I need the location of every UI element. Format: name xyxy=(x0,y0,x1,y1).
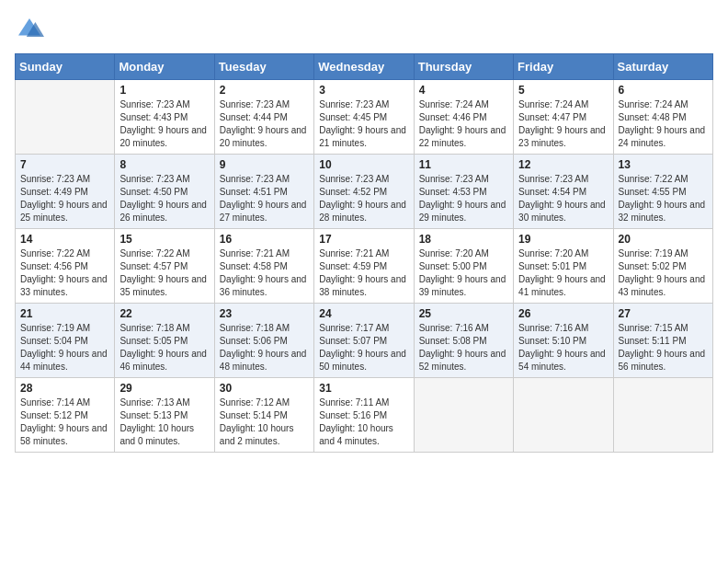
calendar-cell: 11Sunrise: 7:23 AM Sunset: 4:53 PM Dayli… xyxy=(414,155,513,229)
day-number: 7 xyxy=(20,158,109,171)
day-number: 16 xyxy=(220,233,309,246)
weekday-header-saturday: Saturday xyxy=(613,54,712,80)
calendar-cell xyxy=(414,378,513,453)
weekday-header-friday: Friday xyxy=(514,54,613,80)
calendar-cell: 24Sunrise: 7:17 AM Sunset: 5:07 PM Dayli… xyxy=(314,304,414,378)
day-number: 24 xyxy=(319,307,408,320)
day-number: 6 xyxy=(619,84,708,97)
calendar-cell: 6Sunrise: 7:24 AM Sunset: 4:48 PM Daylig… xyxy=(613,80,712,155)
day-number: 1 xyxy=(119,84,209,97)
day-number: 27 xyxy=(619,307,708,320)
calendar-cell: 27Sunrise: 7:15 AM Sunset: 5:11 PM Dayli… xyxy=(613,304,712,378)
day-number: 11 xyxy=(419,158,508,171)
calendar-cell xyxy=(16,80,115,155)
day-info: Sunrise: 7:16 AM Sunset: 5:08 PM Dayligh… xyxy=(419,322,508,373)
day-info: Sunrise: 7:23 AM Sunset: 4:50 PM Dayligh… xyxy=(119,173,209,224)
day-info: Sunrise: 7:23 AM Sunset: 4:43 PM Dayligh… xyxy=(119,98,209,150)
calendar-week-row: 7Sunrise: 7:23 AM Sunset: 4:49 PM Daylig… xyxy=(16,155,713,229)
calendar-cell: 26Sunrise: 7:16 AM Sunset: 5:10 PM Dayli… xyxy=(514,304,613,378)
day-number: 22 xyxy=(119,307,209,320)
day-info: Sunrise: 7:22 AM Sunset: 4:55 PM Dayligh… xyxy=(619,173,708,224)
day-number: 10 xyxy=(319,158,408,171)
calendar-cell: 29Sunrise: 7:13 AM Sunset: 5:13 PM Dayli… xyxy=(115,378,214,453)
day-info: Sunrise: 7:23 AM Sunset: 4:44 PM Dayligh… xyxy=(220,98,309,150)
day-number: 3 xyxy=(319,84,408,97)
calendar-cell: 3Sunrise: 7:23 AM Sunset: 4:45 PM Daylig… xyxy=(314,80,414,155)
weekday-header-thursday: Thursday xyxy=(414,54,513,80)
day-number: 30 xyxy=(220,382,309,395)
calendar-cell: 21Sunrise: 7:19 AM Sunset: 5:04 PM Dayli… xyxy=(16,304,115,378)
day-info: Sunrise: 7:23 AM Sunset: 4:49 PM Dayligh… xyxy=(20,173,109,224)
calendar-cell: 17Sunrise: 7:21 AM Sunset: 4:59 PM Dayli… xyxy=(314,229,414,304)
calendar-cell xyxy=(514,378,613,453)
calendar-cell: 30Sunrise: 7:12 AM Sunset: 5:14 PM Dayli… xyxy=(214,378,313,453)
day-number: 29 xyxy=(119,382,209,395)
day-number: 25 xyxy=(419,307,508,320)
day-number: 15 xyxy=(119,233,209,246)
calendar-week-row: 14Sunrise: 7:22 AM Sunset: 4:56 PM Dayli… xyxy=(16,229,713,304)
day-number: 18 xyxy=(419,233,508,246)
day-info: Sunrise: 7:17 AM Sunset: 5:07 PM Dayligh… xyxy=(319,322,408,373)
weekday-header-monday: Monday xyxy=(115,54,214,80)
calendar-cell: 20Sunrise: 7:19 AM Sunset: 5:02 PM Dayli… xyxy=(613,229,712,304)
day-info: Sunrise: 7:13 AM Sunset: 5:13 PM Dayligh… xyxy=(119,396,209,448)
day-number: 5 xyxy=(518,84,608,97)
day-number: 31 xyxy=(319,382,408,395)
day-number: 14 xyxy=(20,233,109,246)
calendar-cell: 9Sunrise: 7:23 AM Sunset: 4:51 PM Daylig… xyxy=(214,155,313,229)
logo-icon xyxy=(15,15,44,44)
calendar-cell: 10Sunrise: 7:23 AM Sunset: 4:52 PM Dayli… xyxy=(314,155,414,229)
calendar-cell: 16Sunrise: 7:21 AM Sunset: 4:58 PM Dayli… xyxy=(214,229,313,304)
calendar-cell: 13Sunrise: 7:22 AM Sunset: 4:55 PM Dayli… xyxy=(613,155,712,229)
day-info: Sunrise: 7:20 AM Sunset: 5:01 PM Dayligh… xyxy=(518,247,608,299)
day-number: 4 xyxy=(419,84,508,97)
day-number: 19 xyxy=(518,233,608,246)
day-number: 13 xyxy=(619,158,708,171)
day-info: Sunrise: 7:20 AM Sunset: 5:00 PM Dayligh… xyxy=(419,247,508,299)
day-number: 28 xyxy=(20,382,109,395)
calendar-cell: 18Sunrise: 7:20 AM Sunset: 5:00 PM Dayli… xyxy=(414,229,513,304)
day-number: 26 xyxy=(518,307,608,320)
day-info: Sunrise: 7:24 AM Sunset: 4:47 PM Dayligh… xyxy=(518,98,608,150)
weekday-header-row: SundayMondayTuesdayWednesdayThursdayFrid… xyxy=(16,54,713,80)
calendar-cell: 12Sunrise: 7:23 AM Sunset: 4:54 PM Dayli… xyxy=(514,155,613,229)
day-number: 21 xyxy=(20,307,109,320)
day-info: Sunrise: 7:16 AM Sunset: 5:10 PM Dayligh… xyxy=(518,322,608,373)
calendar-week-row: 21Sunrise: 7:19 AM Sunset: 5:04 PM Dayli… xyxy=(16,304,713,378)
calendar-cell: 23Sunrise: 7:18 AM Sunset: 5:06 PM Dayli… xyxy=(214,304,313,378)
day-number: 23 xyxy=(220,307,309,320)
day-info: Sunrise: 7:24 AM Sunset: 4:46 PM Dayligh… xyxy=(419,98,508,150)
day-number: 12 xyxy=(518,158,608,171)
calendar-cell: 14Sunrise: 7:22 AM Sunset: 4:56 PM Dayli… xyxy=(16,229,115,304)
calendar-week-row: 28Sunrise: 7:14 AM Sunset: 5:12 PM Dayli… xyxy=(16,378,713,453)
calendar-cell: 1Sunrise: 7:23 AM Sunset: 4:43 PM Daylig… xyxy=(115,80,214,155)
day-info: Sunrise: 7:24 AM Sunset: 4:48 PM Dayligh… xyxy=(619,98,708,150)
calendar-week-row: 1Sunrise: 7:23 AM Sunset: 4:43 PM Daylig… xyxy=(16,80,713,155)
day-number: 8 xyxy=(119,158,209,171)
day-number: 2 xyxy=(220,84,309,97)
day-info: Sunrise: 7:19 AM Sunset: 5:04 PM Dayligh… xyxy=(20,322,109,373)
calendar-cell: 28Sunrise: 7:14 AM Sunset: 5:12 PM Dayli… xyxy=(16,378,115,453)
calendar-cell: 31Sunrise: 7:11 AM Sunset: 5:16 PM Dayli… xyxy=(314,378,414,453)
weekday-header-sunday: Sunday xyxy=(16,54,115,80)
day-info: Sunrise: 7:19 AM Sunset: 5:02 PM Dayligh… xyxy=(619,247,708,299)
day-number: 20 xyxy=(619,233,708,246)
day-info: Sunrise: 7:23 AM Sunset: 4:51 PM Dayligh… xyxy=(220,173,309,224)
calendar-cell: 22Sunrise: 7:18 AM Sunset: 5:05 PM Dayli… xyxy=(115,304,214,378)
weekday-header-wednesday: Wednesday xyxy=(314,54,414,80)
header xyxy=(15,15,713,44)
day-info: Sunrise: 7:12 AM Sunset: 5:14 PM Dayligh… xyxy=(220,396,309,448)
day-info: Sunrise: 7:23 AM Sunset: 4:54 PM Dayligh… xyxy=(518,173,608,224)
calendar-cell: 8Sunrise: 7:23 AM Sunset: 4:50 PM Daylig… xyxy=(115,155,214,229)
day-info: Sunrise: 7:22 AM Sunset: 4:56 PM Dayligh… xyxy=(20,247,109,299)
calendar-cell: 7Sunrise: 7:23 AM Sunset: 4:49 PM Daylig… xyxy=(16,155,115,229)
weekday-header-tuesday: Tuesday xyxy=(214,54,313,80)
day-info: Sunrise: 7:21 AM Sunset: 4:58 PM Dayligh… xyxy=(220,247,309,299)
day-number: 17 xyxy=(319,233,408,246)
day-info: Sunrise: 7:18 AM Sunset: 5:05 PM Dayligh… xyxy=(119,322,209,373)
day-info: Sunrise: 7:21 AM Sunset: 4:59 PM Dayligh… xyxy=(319,247,408,299)
logo xyxy=(15,15,48,44)
day-info: Sunrise: 7:23 AM Sunset: 4:53 PM Dayligh… xyxy=(419,173,508,224)
calendar-cell: 4Sunrise: 7:24 AM Sunset: 4:46 PM Daylig… xyxy=(414,80,513,155)
calendar-cell: 19Sunrise: 7:20 AM Sunset: 5:01 PM Dayli… xyxy=(514,229,613,304)
